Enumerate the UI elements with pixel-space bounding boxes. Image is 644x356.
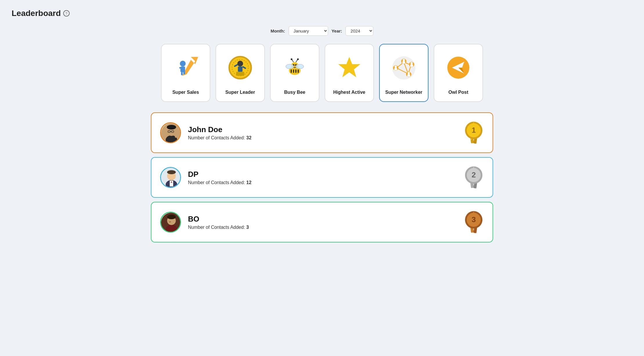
person-stat-3: Number of Contacts Added: 3 bbox=[188, 225, 457, 230]
person-info-1: John Doe Number of Contacts Added: 32 bbox=[188, 125, 457, 141]
svg-point-23 bbox=[296, 64, 304, 69]
svg-point-72 bbox=[167, 170, 176, 174]
avatar-1 bbox=[160, 122, 181, 143]
svg-rect-59 bbox=[176, 133, 177, 135]
svg-rect-43 bbox=[410, 64, 413, 67]
page-title: Leaderboard bbox=[12, 9, 61, 18]
person-info-2: DP Number of Contacts Added: 12 bbox=[188, 170, 457, 185]
year-select[interactable]: 2024 2023 2022 2021 bbox=[345, 26, 373, 36]
svg-rect-4 bbox=[182, 67, 185, 69]
svg-rect-83 bbox=[169, 221, 171, 222]
page-header: Leaderboard ? bbox=[12, 9, 632, 18]
category-cards: Super Sales Super Leader bbox=[12, 44, 632, 102]
category-card-super-sales[interactable]: Super Sales bbox=[161, 44, 210, 102]
category-card-owl-post[interactable]: Owl Post bbox=[434, 44, 483, 102]
leaderboard-list: John Doe Number of Contacts Added: 32 1 bbox=[151, 112, 493, 242]
category-card-highest-active[interactable]: Highest Active bbox=[325, 44, 374, 102]
svg-text:2: 2 bbox=[472, 170, 476, 179]
svg-rect-5 bbox=[181, 72, 183, 75]
svg-point-82 bbox=[167, 215, 176, 219]
person-stat-2: Number of Contacts Added: 12 bbox=[188, 180, 457, 185]
super-networker-icon bbox=[391, 50, 417, 85]
super-leader-icon bbox=[228, 50, 253, 85]
svg-text:3: 3 bbox=[472, 215, 476, 224]
svg-point-42 bbox=[410, 62, 413, 64]
svg-rect-46 bbox=[407, 74, 410, 77]
highest-active-label: Highest Active bbox=[333, 89, 366, 96]
leaderboard-row-2: DP Number of Contacts Added: 12 2 bbox=[151, 157, 493, 198]
svg-rect-6 bbox=[183, 71, 185, 74]
svg-point-9 bbox=[237, 61, 243, 66]
svg-point-25 bbox=[291, 58, 292, 60]
owl-post-label: Owl Post bbox=[448, 89, 468, 96]
super-sales-label: Super Sales bbox=[172, 89, 199, 96]
year-label: Year: bbox=[332, 28, 342, 33]
svg-rect-37 bbox=[402, 61, 405, 64]
month-select[interactable]: January February March April May June Ju… bbox=[289, 26, 328, 36]
category-card-super-leader[interactable]: Super Leader bbox=[216, 44, 265, 102]
svg-line-24 bbox=[292, 60, 294, 62]
medal-2: 2 bbox=[464, 164, 484, 191]
super-sales-icon bbox=[173, 50, 198, 85]
svg-rect-16 bbox=[293, 69, 294, 73]
medal-3: 3 bbox=[464, 209, 484, 235]
svg-text:1: 1 bbox=[472, 126, 476, 134]
svg-rect-10 bbox=[238, 66, 243, 72]
help-icon[interactable]: ? bbox=[63, 10, 70, 17]
svg-rect-3 bbox=[179, 67, 182, 69]
svg-point-54 bbox=[167, 125, 176, 130]
svg-line-26 bbox=[296, 60, 298, 62]
category-card-super-networker[interactable]: Super Networker bbox=[379, 44, 428, 102]
svg-rect-17 bbox=[295, 69, 296, 73]
svg-marker-28 bbox=[338, 57, 360, 77]
person-stat-1: Number of Contacts Added: 32 bbox=[188, 135, 457, 141]
svg-point-27 bbox=[297, 58, 299, 60]
avatar-3 bbox=[160, 212, 181, 233]
busy-bee-icon bbox=[283, 50, 307, 85]
svg-point-45 bbox=[408, 72, 410, 74]
highest-active-icon bbox=[337, 50, 362, 85]
avatar-2 bbox=[160, 167, 181, 188]
svg-point-22 bbox=[286, 64, 294, 69]
svg-rect-13 bbox=[236, 72, 244, 76]
leaderboard-row-1: John Doe Number of Contacts Added: 32 1 bbox=[151, 112, 493, 153]
person-info-3: BO Number of Contacts Added: 3 bbox=[188, 215, 457, 230]
svg-rect-18 bbox=[298, 69, 299, 73]
category-card-busy-bee[interactable]: Busy Bee bbox=[270, 44, 319, 102]
person-name-1: John Doe bbox=[188, 125, 457, 134]
person-name-2: DP bbox=[188, 170, 457, 179]
month-label: Month: bbox=[271, 28, 285, 33]
owl-post-icon bbox=[446, 50, 471, 85]
person-name-3: BO bbox=[188, 215, 457, 224]
svg-rect-15 bbox=[291, 69, 292, 73]
busy-bee-label: Busy Bee bbox=[284, 89, 305, 96]
svg-rect-40 bbox=[394, 68, 397, 70]
svg-point-1 bbox=[180, 61, 186, 66]
super-leader-label: Super Leader bbox=[225, 89, 255, 96]
medal-1: 1 bbox=[464, 119, 484, 146]
svg-point-36 bbox=[403, 59, 405, 61]
leaderboard-row-3: BO Number of Contacts Added: 3 3 bbox=[151, 202, 493, 242]
filters-bar: Month: January February March April May … bbox=[12, 26, 632, 36]
svg-point-39 bbox=[395, 66, 397, 68]
super-networker-label: Super Networker bbox=[385, 89, 422, 96]
